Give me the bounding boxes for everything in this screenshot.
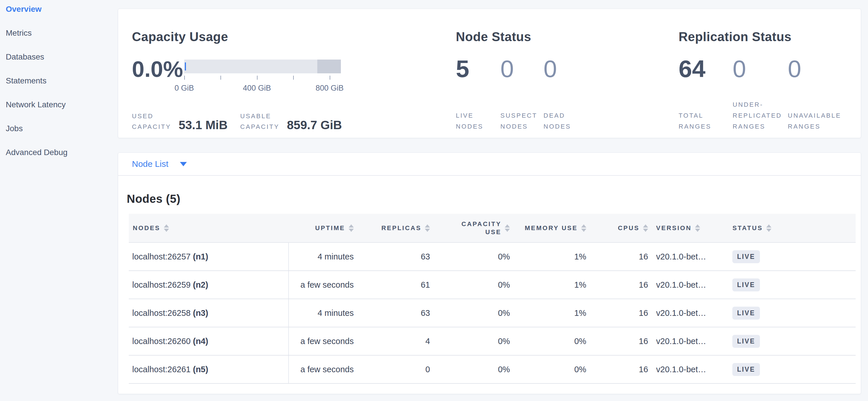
status-badge: LIVE — [732, 307, 760, 320]
replication-status-section: Replication Status 64 TOTALRANGES 0 UNDE… — [679, 9, 857, 138]
replicas-cell: 0 — [358, 355, 434, 383]
dead-nodes-label: DEADNODES — [544, 110, 571, 132]
unavailable-ranges-label: UNAVAILABLERANGES — [788, 110, 841, 132]
replication-status-title: Replication Status — [679, 30, 792, 44]
replicas-cell: 61 — [358, 271, 434, 299]
memory-use-cell: 1% — [514, 242, 590, 271]
uptime-cell: a few seconds — [288, 355, 358, 383]
capacity-usage-title: Capacity Usage — [132, 30, 228, 44]
version-cell: v20.1.0-bet… — [652, 355, 728, 383]
sidebar-item-network-latency[interactable]: Network Latency — [6, 97, 118, 113]
unavailable-ranges-stat: 0 UNAVAILABLERANGES — [788, 58, 841, 132]
column-header-status[interactable]: STATUS — [728, 214, 856, 242]
column-header-memory-use[interactable]: MEMORY USE — [514, 214, 590, 242]
nodes-table-row[interactable]: localhost:26260 (n4) a few seconds 4 0% … — [129, 327, 856, 355]
cpus-cell: 16 — [590, 242, 652, 271]
sort-icon — [349, 224, 354, 232]
node-address: localhost:26259 — [132, 280, 191, 289]
node-address: localhost:26260 — [132, 337, 191, 346]
cpus-cell: 16 — [590, 355, 652, 383]
sidebar-item-advanced-debug[interactable]: Advanced Debug — [6, 144, 118, 161]
node-address: localhost:26261 — [132, 365, 191, 374]
replicas-cell: 63 — [358, 242, 434, 271]
sort-icon — [505, 224, 510, 232]
usable-capacity-value: 859.7 GiB — [287, 119, 342, 131]
node-list-dropdown-label: Node List — [132, 159, 168, 169]
live-nodes-stat: 5 LIVENODES — [456, 58, 500, 132]
status-badge: LIVE — [732, 279, 760, 291]
uptime-cell: a few seconds — [288, 271, 358, 299]
cpus-cell: 16 — [590, 299, 652, 327]
nodes-table: NODES UPTIME REPLICAS CAPACITY USE MEMOR… — [129, 214, 856, 384]
live-nodes-value: 5 — [456, 58, 500, 80]
cpus-cell: 16 — [590, 327, 652, 355]
sort-icon — [164, 224, 169, 232]
under-replicated-ranges-label: UNDER-REPLICATEDRANGES — [733, 99, 788, 132]
under-replicated-ranges-value: 0 — [733, 58, 788, 80]
capacity-use-cell: 0% — [434, 355, 514, 383]
unavailable-ranges-value: 0 — [788, 58, 841, 80]
nodes-table-row[interactable]: localhost:26261 (n5) a few seconds 0 0% … — [129, 355, 856, 383]
capacity-use-cell: 0% — [434, 242, 514, 271]
column-header-uptime[interactable]: UPTIME — [288, 214, 358, 242]
sidebar-item-databases[interactable]: Databases — [6, 49, 118, 65]
column-header-version[interactable]: VERSION — [652, 214, 728, 242]
column-header-nodes[interactable]: NODES — [129, 214, 288, 242]
nodes-table-header-row: NODES UPTIME REPLICAS CAPACITY USE MEMOR… — [129, 214, 856, 242]
node-status-section: Node Status 5 LIVENODES 0 SUSPECTNODES 0… — [456, 9, 657, 138]
uptime-cell: a few seconds — [288, 327, 358, 355]
capacity-used-percent: 0.0% — [132, 58, 184, 80]
capacity-use-cell: 0% — [434, 271, 514, 299]
replicas-cell: 63 — [358, 299, 434, 327]
sidebar-item-statements[interactable]: Statements — [6, 73, 118, 89]
axis-label-800: 800 GiB — [316, 84, 344, 93]
node-status-title: Node Status — [456, 30, 531, 44]
node-id: (n5) — [193, 365, 208, 374]
live-nodes-label: LIVENODES — [456, 110, 500, 132]
capacity-use-cell: 0% — [434, 327, 514, 355]
status-badge: LIVE — [732, 363, 760, 376]
dead-nodes-stat: 0 DEADNODES — [544, 58, 571, 132]
used-capacity-label: USEDCAPACITY — [132, 111, 171, 132]
column-header-cpus[interactable]: CPUS — [590, 214, 652, 242]
total-ranges-value: 64 — [679, 58, 733, 80]
sort-icon — [695, 224, 700, 232]
version-cell: v20.1.0-bet… — [652, 327, 728, 355]
usable-capacity-label: USABLECAPACITY — [240, 111, 279, 132]
sort-icon — [425, 224, 430, 232]
column-header-replicas[interactable]: REPLICAS — [358, 214, 434, 242]
suspect-nodes-stat: 0 SUSPECTNODES — [500, 58, 544, 132]
node-id: (n1) — [193, 252, 208, 261]
uptime-cell: 4 minutes — [288, 242, 358, 271]
axis-label-400: 400 GiB — [243, 84, 271, 93]
total-ranges-stat: 64 TOTALRANGES — [679, 58, 733, 132]
uptime-cell: 4 minutes — [288, 299, 358, 327]
cpus-cell: 16 — [590, 271, 652, 299]
suspect-nodes-label: SUSPECTNODES — [500, 110, 544, 132]
suspect-nodes-value: 0 — [500, 58, 544, 80]
replicas-cell: 4 — [358, 327, 434, 355]
node-id: (n3) — [193, 308, 208, 318]
nodes-table-row[interactable]: localhost:26259 (n2) a few seconds 61 0%… — [129, 271, 856, 299]
status-badge: LIVE — [732, 250, 760, 263]
capacity-bar-axis — [184, 76, 341, 81]
sidebar: Overview Metrics Databases Statements Ne… — [0, 0, 118, 401]
cluster-summary-card: Capacity Usage 0.0% 0 GiB 400 GiB 800 Gi… — [118, 9, 861, 138]
version-cell: v20.1.0-bet… — [652, 242, 728, 271]
sort-icon — [766, 224, 771, 232]
sidebar-item-jobs[interactable]: Jobs — [6, 120, 118, 137]
sidebar-item-overview[interactable]: Overview — [6, 1, 118, 17]
column-header-capacity-use[interactable]: CAPACITY USE — [434, 214, 514, 242]
sidebar-item-metrics[interactable]: Metrics — [6, 25, 118, 41]
node-address: localhost:26258 — [132, 308, 191, 318]
node-list-dropdown[interactable]: Node List — [118, 153, 861, 176]
axis-label-0: 0 GiB — [175, 84, 194, 93]
capacity-usage-section: Capacity Usage 0.0% 0 GiB 400 GiB 800 Gi… — [132, 9, 448, 138]
chevron-down-icon — [180, 162, 187, 166]
nodes-table-row[interactable]: localhost:26257 (n1) 4 minutes 63 0% 1% … — [129, 242, 856, 271]
sort-icon — [581, 224, 586, 232]
status-badge: LIVE — [732, 335, 760, 348]
node-address: localhost:26257 — [132, 252, 191, 261]
sort-icon — [643, 224, 648, 232]
nodes-table-row[interactable]: localhost:26258 (n3) 4 minutes 63 0% 1% … — [129, 299, 856, 327]
